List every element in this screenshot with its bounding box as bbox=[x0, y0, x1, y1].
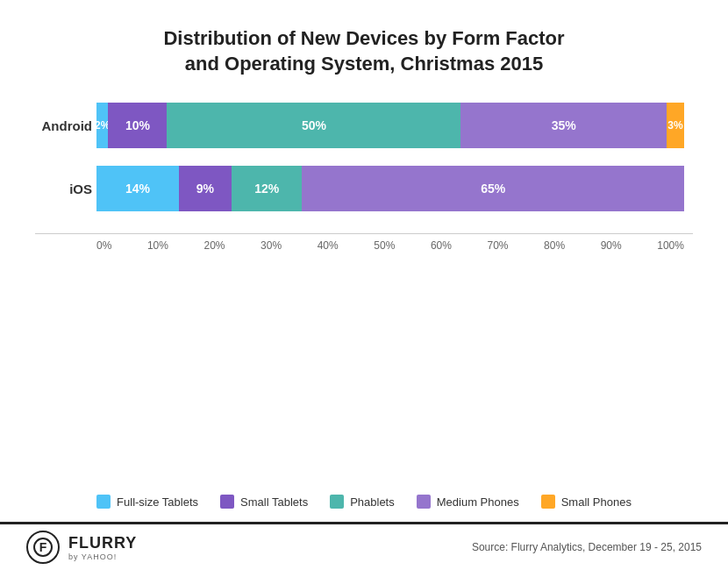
x-tick: 30% bbox=[261, 239, 282, 252]
legend-item-fullSizeTablets: Full-size Tablets bbox=[96, 495, 198, 509]
legend-label-smallPhones: Small Phones bbox=[561, 495, 632, 509]
bar-track: 2%10%50%35%3% bbox=[96, 103, 684, 148]
x-axis: 0%10%20%30%40%50%60%70%80%90%100% bbox=[35, 233, 693, 252]
main-container: Distribution of New Devices by Form Fact… bbox=[0, 0, 728, 570]
legend-swatch-fullSizeTablets bbox=[96, 495, 111, 509]
x-tick: 60% bbox=[431, 239, 452, 252]
bar-row-ios: iOS14%9%12%65% bbox=[96, 166, 684, 211]
bar-row-android: Android2%10%50%35%3% bbox=[96, 103, 684, 148]
x-tick: 90% bbox=[601, 239, 622, 252]
x-tick: 80% bbox=[544, 239, 565, 252]
x-tick: 10% bbox=[147, 239, 168, 252]
legend-area: Full-size TabletsSmall TabletsPhabletsMe… bbox=[0, 481, 728, 522]
segment-smallTablets: 10% bbox=[108, 103, 167, 148]
segment-mediumPhones: 35% bbox=[460, 103, 667, 148]
footer-logo: F FLURRY by YAHOO! bbox=[26, 531, 137, 564]
logo-text: FLURRY by YAHOO! bbox=[68, 534, 137, 561]
x-axis-ticks: 0%10%20%30%40%50%60%70%80%90%100% bbox=[96, 234, 684, 252]
x-tick: 40% bbox=[318, 239, 339, 252]
x-tick: 50% bbox=[374, 239, 395, 252]
segment-fullSizeTablets: 2% bbox=[96, 103, 108, 148]
bar-label: iOS bbox=[35, 182, 92, 196]
chart-body: Android2%10%50%35%3%iOS14%9%12%65% bbox=[35, 103, 693, 229]
legend-item-smallPhones: Small Phones bbox=[541, 495, 632, 509]
legend-swatch-phablets bbox=[330, 495, 344, 509]
bar-track: 14%9%12%65% bbox=[96, 166, 684, 211]
x-tick: 100% bbox=[657, 239, 684, 252]
legend-label-phablets: Phablets bbox=[350, 495, 395, 509]
legend-swatch-mediumPhones bbox=[417, 495, 431, 509]
legend-label-mediumPhones: Medium Phones bbox=[437, 495, 519, 509]
segment-fullSizeTablets: 14% bbox=[96, 166, 179, 211]
legend-item-phablets: Phablets bbox=[330, 495, 395, 509]
logo-sub: by YAHOO! bbox=[68, 552, 137, 561]
x-tick: 70% bbox=[487, 239, 508, 252]
bar-label: Android bbox=[35, 118, 92, 133]
legend-swatch-smallTablets bbox=[220, 495, 234, 509]
svg-text:F: F bbox=[39, 540, 47, 554]
x-tick: 0% bbox=[96, 239, 111, 252]
segment-phablets: 12% bbox=[232, 166, 302, 211]
logo-name: FLURRY bbox=[68, 534, 137, 552]
segment-mediumPhones: 65% bbox=[302, 166, 684, 211]
segment-smallTablets: 9% bbox=[179, 166, 232, 211]
source-text: Source: Flurry Analytics, December 19 - … bbox=[472, 541, 702, 553]
chart-area: Distribution of New Devices by Form Fact… bbox=[0, 0, 728, 481]
legend-label-fullSizeTablets: Full-size Tablets bbox=[117, 495, 198, 509]
legend-swatch-smallPhones bbox=[541, 495, 555, 509]
segment-smallPhones: 3% bbox=[667, 103, 684, 148]
footer: F FLURRY by YAHOO! Source: Flurry Analyt… bbox=[0, 522, 728, 570]
logo-icon: F bbox=[26, 531, 60, 564]
legend-item-mediumPhones: Medium Phones bbox=[417, 495, 519, 509]
x-tick: 20% bbox=[204, 239, 225, 252]
chart-title: Distribution of New Devices by Form Fact… bbox=[35, 26, 693, 76]
segment-phablets: 50% bbox=[167, 103, 460, 148]
legend-label-smallTablets: Small Tablets bbox=[240, 495, 308, 509]
legend-item-smallTablets: Small Tablets bbox=[220, 495, 308, 509]
